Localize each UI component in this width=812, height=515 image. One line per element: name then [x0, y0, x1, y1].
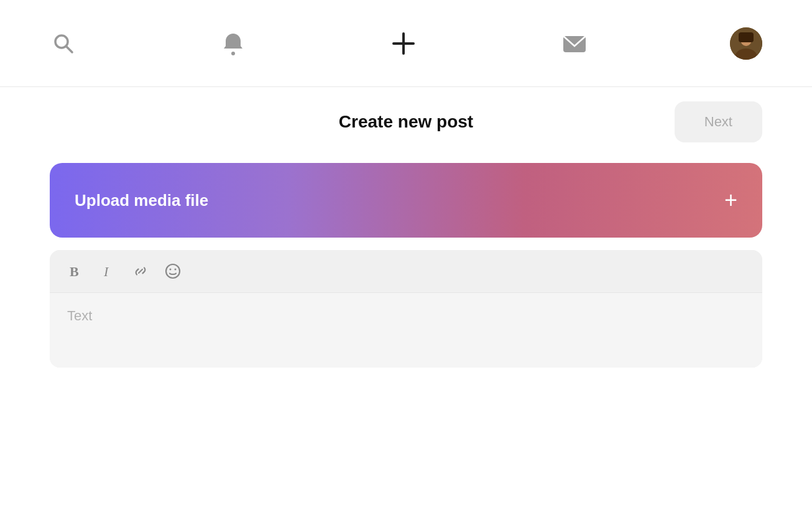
avatar[interactable]: [730, 27, 762, 60]
notification-icon[interactable]: [219, 30, 247, 57]
editor-placeholder: Text: [67, 308, 92, 323]
upload-plus-icon: +: [724, 189, 737, 211]
svg-text:B: B: [70, 264, 79, 279]
nav-bar: [0, 0, 812, 87]
next-button[interactable]: Next: [675, 101, 762, 142]
upload-media-button[interactable]: Upload media file +: [50, 163, 762, 238]
bold-button[interactable]: B: [67, 262, 85, 280]
create-post-icon[interactable]: [389, 29, 418, 58]
editor-toolbar: B I: [50, 250, 762, 293]
messages-icon[interactable]: [561, 30, 588, 57]
main-content: Create new post Next Upload media file +…: [0, 87, 812, 392]
italic-button[interactable]: I: [99, 262, 117, 280]
svg-line-1: [67, 46, 73, 52]
svg-point-2: [231, 52, 235, 55]
link-button[interactable]: [132, 262, 149, 280]
svg-point-13: [170, 269, 172, 271]
svg-point-12: [166, 264, 180, 278]
svg-point-14: [175, 269, 177, 271]
svg-text:I: I: [103, 264, 109, 279]
header-row: Create new post Next: [50, 112, 762, 132]
page-title: Create new post: [339, 112, 473, 132]
emoji-button[interactable]: [164, 262, 182, 280]
svg-rect-9: [739, 32, 754, 42]
editor-body[interactable]: Text: [50, 293, 762, 368]
search-icon[interactable]: [50, 30, 77, 57]
upload-label: Upload media file: [75, 191, 208, 210]
text-editor: B I: [50, 250, 762, 368]
